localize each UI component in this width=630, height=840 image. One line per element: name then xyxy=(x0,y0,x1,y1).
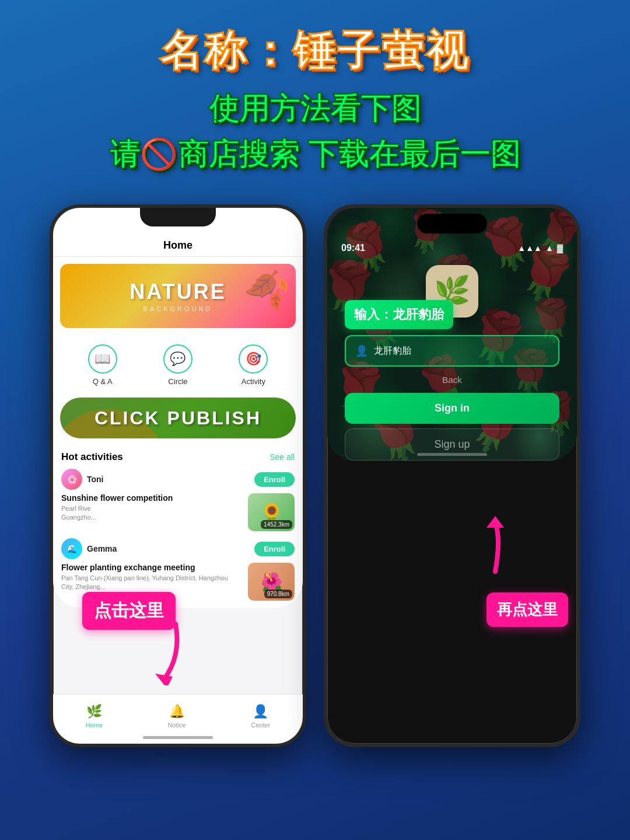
subtitle2: 请🚫商店搜索 下载在最后一图 xyxy=(12,134,618,175)
enroll-btn-1[interactable]: Enroll xyxy=(254,472,295,487)
circle-icon: 💬 xyxy=(163,344,192,374)
username-field[interactable]: 👤 龙肝豹胎 xyxy=(345,335,559,367)
back-text: Back xyxy=(442,375,461,385)
battery-icon: ▓ xyxy=(557,243,563,253)
back-link[interactable]: Back xyxy=(345,375,559,385)
activity-location-2: Pan Tang Cun (Xiang pan line), Yuhang Di… xyxy=(61,574,242,592)
activity-user-2: 🌊 Gemma Enroll xyxy=(61,538,295,559)
see-all[interactable]: See all xyxy=(270,452,295,462)
toni-avatar: 🌸 xyxy=(61,469,82,490)
login-form: 👤 龙肝豹胎 输入：龙肝豹胎 Back Sign in Sign up xyxy=(327,335,577,461)
activity-name-2: Flower planting exchange meeting xyxy=(61,563,242,572)
icon-qa[interactable]: 📖 Q & A xyxy=(88,344,117,386)
activity-thumb-1: 🌻 1452.3km xyxy=(248,493,295,531)
main-title: 名称：锤子萤视 xyxy=(160,23,470,79)
activity-info-2: Flower planting exchange meeting Pan Tan… xyxy=(61,563,242,592)
activity-item-1: 🌸 Toni Enroll Sunshine flower competitio… xyxy=(61,469,295,531)
status-icons: ▲▲▲ ▲ ▓ xyxy=(517,243,563,253)
phone-right: 🌹 🌹 🌹 🌹 🌹 🌹 🌹 🌹 🌹 🌹 🌹 🌹 🌹 🌹 🌹 🌹 09 xyxy=(324,204,580,747)
banner-content: NATURE BACKGROUND xyxy=(130,280,226,312)
publish-button[interactable]: CLICK PUBLISH xyxy=(60,398,296,438)
banner-text: NATURE xyxy=(130,280,226,304)
activity-thumb-2: 🌺 970.8km xyxy=(248,563,295,601)
activity-info-1: Sunshine flower competition Pearl RiveGu… xyxy=(61,493,242,522)
status-time: 09:41 xyxy=(341,243,365,253)
activity-user-1: 🌸 Toni Enroll xyxy=(61,469,295,490)
hot-activities: Hot activities See all 🌸 Toni Enroll xyxy=(53,444,303,601)
left-screen: Home 🍂 NATURE BACKGROUND 📖 Q & A 💬 Circl xyxy=(53,208,303,608)
phone-notch xyxy=(140,208,216,226)
user-icon: 👤 xyxy=(355,344,368,357)
icon-activity[interactable]: 🎯 Activity xyxy=(239,344,268,386)
qa-icon: 📖 xyxy=(88,344,117,374)
activity-icon: 🎯 xyxy=(239,344,268,374)
banner-subtext: BACKGROUND xyxy=(130,305,226,312)
activity-name-1: Sunshine flower competition xyxy=(61,493,242,503)
circle-label: Circle xyxy=(168,377,187,386)
hot-title: Hot activities xyxy=(61,451,123,463)
wifi-icon: ▲ xyxy=(545,243,554,253)
toni-name: Toni xyxy=(87,475,104,484)
gemma-avatar: 🌊 xyxy=(61,538,82,559)
home-title: Home xyxy=(163,239,192,251)
arrow-down xyxy=(141,621,193,685)
title-section: 名称：锤子萤视 使用方法看下图 请🚫商店搜索 下载在最后一图 xyxy=(0,0,630,187)
activity-item-2: 🌊 Gemma Enroll Flower planting exchange … xyxy=(61,538,295,601)
hot-header: Hot activities See all xyxy=(61,451,295,463)
phone-header: Home xyxy=(53,233,303,257)
distance-badge-1: 1452.3km xyxy=(261,520,292,529)
svg-marker-1 xyxy=(487,516,504,528)
activity-location-1: Pearl RiveGuangzho... xyxy=(61,504,242,522)
activity-card-1: Sunshine flower competition Pearl RiveGu… xyxy=(61,493,295,531)
input-hint: 输入：龙肝豹胎 xyxy=(345,300,453,329)
dynamic-island xyxy=(417,214,487,233)
signal-icon: ▲▲▲ xyxy=(517,243,542,253)
arrow-up xyxy=(472,516,519,574)
gemma-name: Gemma xyxy=(87,544,117,553)
phone-left: Home 🍂 NATURE BACKGROUND 📖 Q & A 💬 Circl xyxy=(50,204,306,747)
user-info-2: 🌊 Gemma xyxy=(61,538,117,559)
nature-banner: 🍂 NATURE BACKGROUND xyxy=(60,264,296,328)
input-value: 龙肝豹胎 xyxy=(374,345,411,357)
sign-in-button[interactable]: Sign in xyxy=(345,393,559,424)
icon-circle[interactable]: 💬 Circle xyxy=(163,344,192,386)
icon-row: 📖 Q & A 💬 Circle 🎯 Activity xyxy=(53,335,303,392)
activity-label: Activity xyxy=(242,377,265,386)
sign-in-label: Sign in xyxy=(435,402,470,414)
publish-btn-text: CLICK PUBLISH xyxy=(94,407,261,429)
again-here-label: 再点这里 xyxy=(487,592,568,627)
right-screen: 🌹 🌹 🌹 🌹 🌹 🌹 🌹 🌹 🌹 🌹 🌹 🌹 🌹 🌹 🌹 🌹 09 xyxy=(327,208,577,461)
svg-marker-0 xyxy=(155,674,173,685)
user-info-1: 🌸 Toni xyxy=(61,469,104,490)
enroll-btn-2[interactable]: Enroll xyxy=(254,542,295,556)
leaf-decoration: 🍂 xyxy=(240,264,296,315)
phones-container: Home 🍂 NATURE BACKGROUND 📖 Q & A 💬 Circl xyxy=(0,187,630,771)
input-container: 👤 龙肝豹胎 输入：龙肝豹胎 xyxy=(345,335,559,367)
qa-label: Q & A xyxy=(93,377,113,386)
sign-up-button[interactable]: Sign up xyxy=(345,428,559,461)
distance-badge-2: 970.8km xyxy=(264,590,292,598)
subtitle1: 使用方法看下图 xyxy=(12,89,618,130)
sign-up-label: Sign up xyxy=(434,438,470,450)
